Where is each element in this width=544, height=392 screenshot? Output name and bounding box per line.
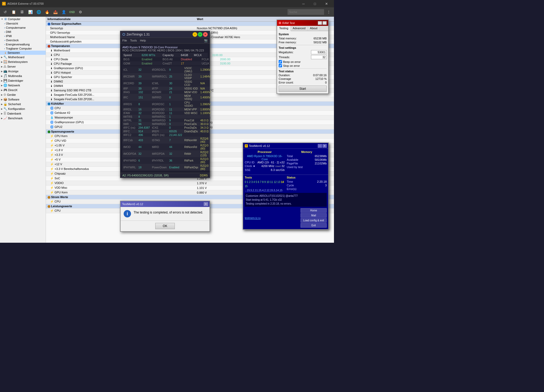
sidebar-item-ipmi[interactable]: ▪ IPMI bbox=[0, 34, 46, 38]
ram-close-button[interactable]: ✕ bbox=[322, 21, 327, 25]
sidebar-item-ubersicht[interactable]: ▪ Übersicht bbox=[0, 21, 46, 26]
tm5-errors-label: Error(s) bbox=[287, 187, 296, 191]
timing-val3: 40.0 Ω bbox=[199, 129, 212, 133]
timing-val3: RZQ/3 (80) bbox=[199, 157, 212, 164]
capacity-label: Capacity bbox=[163, 54, 181, 57]
tm5-mail-button[interactable]: Mail bbox=[301, 213, 327, 218]
sidebar-item-netzwerk[interactable]: ▶ 🌐 Netzwerk bbox=[0, 83, 46, 88]
ram-tabs: Testing Advanced About bbox=[277, 26, 328, 31]
user-button[interactable]: 👤 bbox=[60, 8, 67, 16]
sidebar-item-sensoren[interactable]: 🌡 Sensoren bbox=[0, 51, 46, 55]
search-options-button[interactable]: ⋮ bbox=[325, 8, 332, 16]
speed-value: 6200 MT/s bbox=[142, 54, 163, 57]
timing-label1: tMOD bbox=[122, 144, 138, 150]
tm5-close-button[interactable]: ✕ bbox=[322, 144, 327, 148]
sidebar-item-overclock[interactable]: ▪ Overclock bbox=[0, 38, 46, 42]
zen-processor-label: AMD Ryzen 9 7950X3D 16-Core Processor RO… bbox=[122, 46, 208, 52]
timing-val2: 11 bbox=[168, 108, 183, 111]
refresh-button[interactable]: ↺ bbox=[2, 8, 9, 16]
tm5-memory-col: Memory Total 65238Mb Available 58106Mb P… bbox=[287, 150, 327, 172]
sidebar-label-multimedia: Multimedia bbox=[8, 74, 22, 78]
ram-tab-about[interactable]: About bbox=[308, 26, 320, 31]
sensor-button[interactable]: 📊 bbox=[27, 8, 34, 16]
sidebar-item-software[interactable]: ▶ 📦 Software bbox=[0, 97, 46, 102]
timing-val1: 18 bbox=[138, 164, 151, 171]
sidebar-item-benchmark[interactable]: ▶ 📈 Benchmark bbox=[0, 116, 46, 121]
sidebar-item-motherboard[interactable]: ▶ 🔧 Motherboard bbox=[0, 55, 46, 60]
sidebar-item-directx[interactable]: ▶ 🎮 DirectX bbox=[0, 88, 46, 92]
ram-body: System Total memory: 65238 MB Free memor… bbox=[277, 31, 328, 93]
osd-button[interactable]: OSD bbox=[68, 8, 76, 16]
sidebar-item-betriebssystem[interactable]: ▶ 🪟 Betriebssystem bbox=[0, 60, 46, 64]
tm5-errors-row: Error(s) bbox=[287, 187, 327, 191]
zen-minimize-button[interactable]: − bbox=[193, 32, 197, 37]
timing-val2: 32 bbox=[168, 150, 183, 157]
section-title-volt: Spannungswerte bbox=[51, 130, 74, 133]
ram-tab-testing[interactable]: Testing bbox=[277, 26, 291, 31]
stop-checkbox[interactable] bbox=[279, 64, 282, 67]
sidebar-item-datentrager[interactable]: ▶ 💾 Datenträger bbox=[0, 78, 46, 83]
sidebar-item-dmi[interactable]: ▪ DMI bbox=[0, 30, 46, 34]
timing-val2: 9 bbox=[168, 122, 183, 126]
sidebar-item-anzeige[interactable]: ▶ 📺 Anzeige bbox=[0, 69, 46, 74]
energie-icon: ▪ bbox=[4, 43, 5, 46]
kf-icon: 🔧 bbox=[3, 107, 7, 111]
zen-close-button[interactable]: ✕ bbox=[203, 32, 208, 37]
tm5-home-button[interactable]: Home bbox=[301, 208, 327, 213]
tm5-website-link[interactable]: testmem.tz.ru bbox=[245, 217, 261, 219]
app-icon: A bbox=[2, 2, 6, 5]
beep-checkbox[interactable] bbox=[279, 60, 282, 63]
tm5-tests-col: Tests 0 1 2 3 4 5 6 7 8 9 10 11 12 13 14… bbox=[245, 176, 285, 192]
timing-val3 bbox=[199, 115, 212, 118]
sidebar-item-konfiguration[interactable]: ▶ 🔧 Konfiguration bbox=[0, 106, 46, 111]
sidebar-item-energie[interactable]: ▪ Energieverwaltung bbox=[0, 42, 46, 46]
megabytes-input[interactable] bbox=[311, 50, 327, 54]
timing-row: tRFC 914 tREFI 65535 DramDqDs 40.0 Ω bbox=[122, 129, 212, 133]
sidebar-item-computername[interactable]: ▪ Computername bbox=[0, 26, 46, 30]
settings-button[interactable]: ⚙ bbox=[77, 8, 84, 16]
cpu-id-label: CPU ID bbox=[245, 161, 254, 164]
zen-menu-file[interactable]: File bbox=[122, 38, 127, 43]
sidebar-item-datenbank[interactable]: ▶ 🗄 Datenbank bbox=[0, 111, 46, 116]
benchmark-button[interactable]: 🔥 bbox=[43, 8, 51, 16]
sidebar-item-server[interactable]: ▶ 🖧 Server bbox=[0, 64, 46, 69]
dmi-icon: ▪ bbox=[4, 31, 5, 33]
zen-menu-tools[interactable]: Tools bbox=[130, 38, 137, 43]
timing-val1: 16 bbox=[138, 108, 151, 111]
zen-title-bar: ⬡ ZenTimings 1.31 − + ✕ bbox=[120, 31, 210, 38]
timing-val2: 21 bbox=[168, 90, 183, 94]
sidebar-item-sicherheit[interactable]: ▶ 🔒 Sicherheit bbox=[0, 102, 46, 106]
report-button[interactable]: 📋 bbox=[10, 8, 17, 16]
ok-button[interactable]: OK bbox=[155, 223, 175, 229]
sidebar-item-gerate[interactable]: ▶ ⚙ Geräte bbox=[0, 92, 46, 97]
search-input[interactable] bbox=[288, 9, 324, 15]
ram-minimize-button[interactable]: − bbox=[318, 21, 322, 25]
bs-icon: 🪟 bbox=[3, 60, 7, 64]
threads-input[interactable] bbox=[311, 55, 327, 59]
tm5-exit-button[interactable]: Exit bbox=[301, 223, 327, 228]
close-button[interactable]: ✕ bbox=[321, 0, 332, 7]
kf-expand-icon: ▶ bbox=[1, 108, 3, 110]
start-button[interactable]: Start bbox=[279, 86, 327, 92]
sidebar-item-computer[interactable]: ▼ 🖥 Computer bbox=[0, 17, 46, 21]
sidebar-label-ipmi: IPMI bbox=[6, 34, 12, 38]
zen-maximize-button[interactable]: + bbox=[198, 32, 202, 37]
export-button[interactable]: 📤 bbox=[52, 8, 59, 16]
sidebar-item-multimedia[interactable]: ▶ 🎵 Multimedia bbox=[0, 74, 46, 78]
zen-screenshot-button[interactable]: 📷 bbox=[204, 38, 208, 43]
minimize-button[interactable]: ─ bbox=[298, 0, 309, 7]
tm5-minimize-button[interactable]: − bbox=[318, 144, 322, 148]
cpu-id-value: AMD (19 · 61 · 2) x32 bbox=[257, 161, 285, 164]
monitor-button[interactable]: 🖥 bbox=[18, 8, 26, 16]
info-dialog-close-button[interactable]: ✕ bbox=[204, 202, 208, 206]
timing-row: tRP 39 tRTP 24 VDDG IOD N/A bbox=[122, 87, 212, 90]
maximize-button[interactable]: □ bbox=[309, 0, 320, 7]
network-button[interactable]: 🌐 bbox=[35, 8, 42, 16]
ram-tab-advanced[interactable]: Advanced bbox=[291, 26, 308, 31]
computer-icon: 🖥 bbox=[4, 17, 7, 21]
zen-menu-help[interactable]: Help bbox=[140, 38, 146, 43]
tm5-cycle-row: Cycle 3 bbox=[287, 184, 327, 187]
sidebar-item-tragbar[interactable]: ▪ Tragbarer Computer bbox=[0, 46, 46, 51]
tm5-load-config-button[interactable]: Load config & exit bbox=[301, 218, 327, 223]
gdm-label: GDM bbox=[123, 62, 142, 65]
